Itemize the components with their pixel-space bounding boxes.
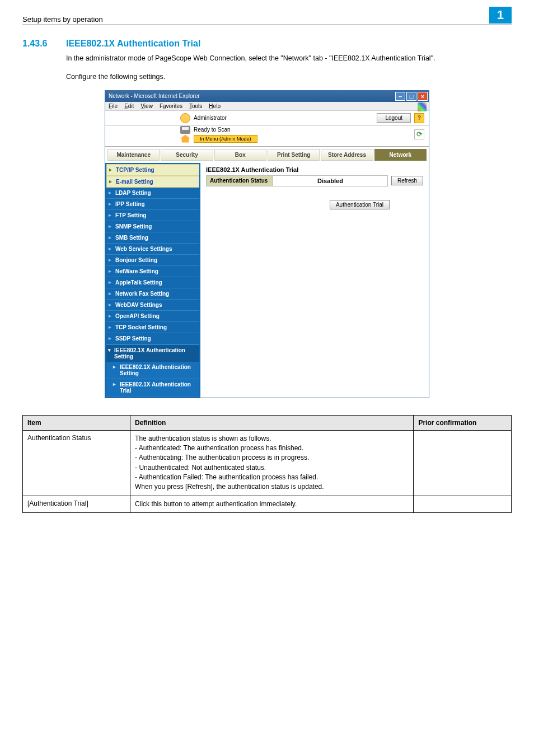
cell-prior-1: [414, 496, 512, 512]
sidebar-item-tcpip[interactable]: TCP/IP Setting: [106, 164, 199, 176]
sidebar-item-ftp[interactable]: FTP Setting: [106, 210, 199, 221]
sidebar-item-netfax[interactable]: Network Fax Setting: [106, 288, 199, 300]
reload-icon[interactable]: ⟳: [414, 129, 424, 139]
menu-favorites[interactable]: Favorites: [160, 103, 182, 109]
tabs-row: Maintenance Security Box Print Setting S…: [105, 147, 429, 163]
sidebar-item-appletalk[interactable]: AppleTalk Setting: [106, 277, 199, 288]
menu-help[interactable]: Help: [209, 103, 221, 109]
ie-logo-icon: [418, 102, 427, 111]
content-pane: IEEE802.1X Authentication Trial Authenti…: [200, 163, 429, 398]
auth-trial-wrap: Authentication Trial: [206, 200, 423, 209]
table-row: [Authentication Trial] Click this button…: [23, 496, 512, 512]
window-buttons: – □ ×: [395, 92, 428, 101]
menu-edit[interactable]: Edit: [124, 103, 134, 109]
defcol-prior: Prior confirmation: [414, 415, 512, 430]
maximize-icon[interactable]: □: [406, 92, 416, 101]
chapter-badge: 1: [489, 7, 512, 24]
authentication-trial-button[interactable]: Authentication Trial: [330, 200, 390, 209]
auth-status-label: Authentication Status: [206, 175, 273, 186]
house-icon: [180, 135, 190, 143]
window-title: Network - Microsoft Internet Explorer: [109, 93, 200, 99]
menu-view[interactable]: View: [140, 103, 153, 109]
def1-l0: Click this button to attempt authenticat…: [135, 500, 409, 509]
def0-l2: - Authenticating: The authentication pro…: [135, 453, 409, 463]
sidebar-item-netware[interactable]: NetWare Setting: [106, 266, 199, 277]
sidebar-item-webdav[interactable]: WebDAV Settings: [106, 300, 199, 311]
section-number: 1.43.6: [22, 39, 53, 49]
header-row: Setup items by operation 1: [22, 7, 512, 25]
def0-l1: - Authenticated: The authentication proc…: [135, 444, 409, 453]
auth-status-row: Authentication Status Disabled Refresh: [206, 175, 423, 186]
logout-button[interactable]: Logout: [377, 113, 411, 123]
sidebar-item-ssdp[interactable]: SSDP Setting: [106, 333, 199, 344]
sidebar-item-email[interactable]: E-mail Setting: [106, 176, 199, 188]
app-body: TCP/IP Setting E-mail Setting LDAP Setti…: [105, 163, 429, 398]
sidebar-item-tcpsocket[interactable]: TCP Socket Setting: [106, 322, 199, 333]
definition-table: Item Definition Prior confirmation Authe…: [22, 415, 512, 514]
pane-title: IEEE802.1X Authentication Trial: [206, 166, 423, 173]
sidebar-item-smb[interactable]: SMB Setting: [106, 232, 199, 244]
section-title: IEEE802.1X Authentication Trial: [66, 39, 200, 49]
ready-label: Ready to Scan: [194, 127, 231, 133]
sidebar-group-ieee[interactable]: IEEE802.1X Authentication Setting: [106, 344, 199, 362]
cell-def-1: Click this button to attempt authenticat…: [130, 496, 414, 512]
cell-prior-0: [414, 430, 512, 496]
sidebar-child-ieee-trial[interactable]: IEEE802.1X Authentication Trial: [106, 379, 199, 396]
admin-mode-pill[interactable]: In Menu (Admin Mode): [194, 135, 257, 143]
page-header: Setup items by operation 1: [0, 0, 534, 25]
defcol-item: Item: [23, 415, 130, 430]
sidebar-item-ipp[interactable]: IPP Setting: [106, 199, 199, 210]
spacer: [0, 558, 534, 756]
def0-l5: When you press [Refresh], the authentica…: [135, 482, 409, 492]
status-block: Ready to Scan In Menu (Admin Mode) ⟳: [105, 126, 429, 147]
auth-status-value: Disabled: [273, 175, 388, 186]
minimize-icon[interactable]: –: [395, 92, 405, 101]
breadcrumb: Setup items by operation: [22, 15, 103, 24]
ready-row: Ready to Scan: [180, 126, 257, 134]
tab-security[interactable]: Security: [161, 149, 213, 161]
status-left: Ready to Scan In Menu (Admin Mode): [180, 126, 257, 143]
logout-block: Logout ?: [377, 113, 424, 123]
table-row: Authentication Status The authentication…: [23, 430, 512, 496]
tab-store[interactable]: Store Address: [321, 149, 373, 161]
def0-l4: - Authentication Failed: The authenticat…: [135, 473, 409, 482]
cell-item-1: [Authentication Trial]: [23, 496, 130, 512]
sidebar-item-bonjour[interactable]: Bonjour Setting: [106, 255, 199, 266]
sidebar-child-ieee-setting[interactable]: IEEE802.1X Authentication Setting: [106, 362, 199, 379]
tab-print[interactable]: Print Setting: [268, 149, 320, 161]
cell-def-0: The authentication status is shown as fo…: [130, 430, 414, 496]
admin-block: Administrator: [180, 113, 227, 123]
sidebar-item-snmp[interactable]: SNMP Setting: [106, 221, 199, 232]
tab-box[interactable]: Box: [214, 149, 266, 161]
printer-icon: [180, 126, 190, 134]
browser-window: Network - Microsoft Internet Explorer – …: [105, 90, 429, 398]
def0-l3: - Unauthenticated: Not authenticated sta…: [135, 463, 409, 473]
menu-tools[interactable]: Tools: [189, 103, 202, 109]
adminmode-row: In Menu (Admin Mode): [180, 135, 257, 143]
defcol-definition: Definition: [130, 415, 414, 430]
refresh-button[interactable]: Refresh: [391, 176, 423, 185]
section-para1: In the administrator mode of PageScope W…: [66, 53, 512, 64]
section-body: In the administrator mode of PageScope W…: [66, 53, 512, 82]
sidebar-item-webservice[interactable]: Web Service Settings: [106, 244, 199, 255]
user-icon: [180, 113, 190, 123]
tab-network[interactable]: Network: [374, 149, 427, 161]
admin-label: Administrator: [194, 115, 227, 121]
cell-item-0: Authentication Status: [23, 430, 130, 496]
tab-maintenance[interactable]: Maintenance: [107, 149, 160, 161]
section-para2: Configure the following settings.: [66, 72, 512, 82]
app-top-row: Administrator Logout ?: [105, 111, 429, 126]
sidebar-item-ldap[interactable]: LDAP Setting: [106, 188, 199, 199]
close-icon[interactable]: ×: [418, 92, 428, 101]
sidebar-item-openapi[interactable]: OpenAPI Setting: [106, 311, 199, 322]
menubar: File Edit View Favorites Tools Help: [105, 102, 429, 111]
section-heading: 1.43.6 IEEE802.1X Authentication Trial: [22, 39, 512, 49]
sidebar: TCP/IP Setting E-mail Setting LDAP Setti…: [105, 163, 200, 398]
document-content: 1.43.6 IEEE802.1X Authentication Trial I…: [0, 25, 534, 513]
help-icon[interactable]: ?: [414, 113, 424, 123]
window-titlebar: Network - Microsoft Internet Explorer – …: [105, 91, 429, 102]
refresh-wrap: Refresh: [391, 175, 423, 186]
def0-l0: The authentication status is shown as fo…: [135, 434, 409, 444]
menu-file[interactable]: File: [109, 103, 118, 109]
